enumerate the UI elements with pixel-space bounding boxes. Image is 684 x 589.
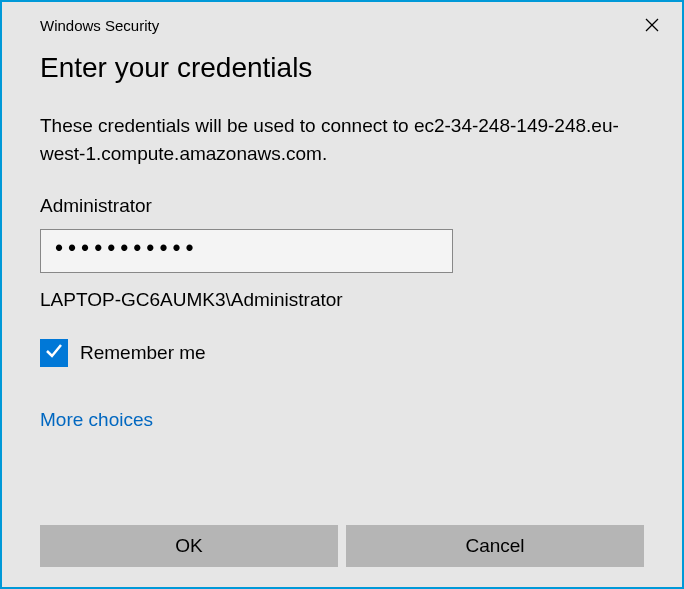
remember-me-label: Remember me [80, 342, 206, 364]
dialog-content: Enter your credentials These credentials… [2, 42, 682, 463]
identity-label: LAPTOP-GC6AUMK3\Administrator [40, 289, 644, 311]
password-input[interactable] [40, 229, 453, 273]
checkmark-icon [44, 341, 64, 365]
dialog-title: Windows Security [40, 17, 159, 34]
close-icon [645, 16, 659, 35]
close-button[interactable] [632, 10, 672, 40]
credentials-dialog: Windows Security Enter your credentials … [0, 0, 684, 589]
more-choices-link[interactable]: More choices [40, 409, 153, 431]
ok-button[interactable]: OK [40, 525, 338, 567]
page-heading: Enter your credentials [40, 52, 644, 84]
description-text: These credentials will be used to connec… [40, 112, 644, 167]
button-row: OK Cancel [2, 525, 682, 567]
username-label: Administrator [40, 195, 644, 217]
checkbox-box [40, 339, 68, 367]
remember-me-checkbox[interactable]: Remember me [40, 339, 644, 367]
titlebar: Windows Security [2, 2, 682, 42]
cancel-button[interactable]: Cancel [346, 525, 644, 567]
